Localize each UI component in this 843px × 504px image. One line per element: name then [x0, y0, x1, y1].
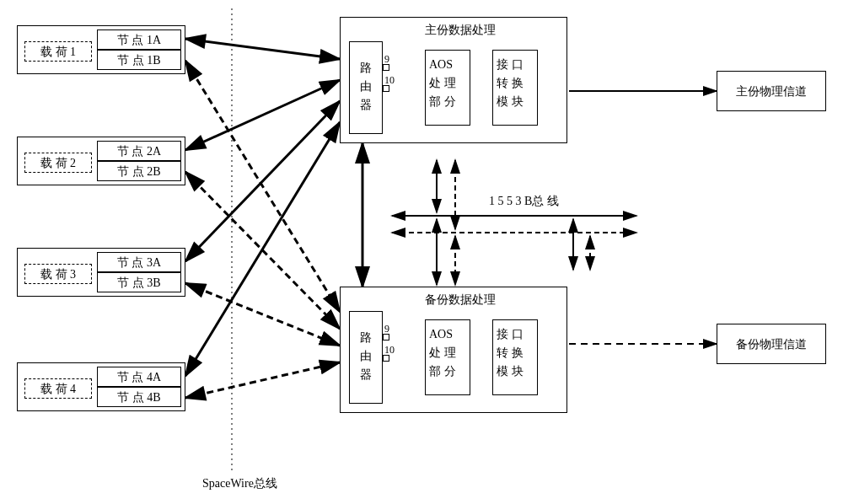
svg-line-1 — [185, 39, 340, 59]
payload-1-label: 载 荷 1 — [24, 41, 92, 62]
backup-aos: AOS 处 理 部 分 — [425, 319, 470, 395]
primary-intf: 接 口 转 换 模 块 — [492, 50, 538, 126]
node-2a: 节 点 2A — [97, 141, 181, 161]
payload-3-label: 载 荷 3 — [24, 264, 92, 284]
svg-line-2 — [185, 61, 340, 312]
node-1a: 节 点 1A — [97, 29, 181, 50]
svg-line-5 — [185, 101, 340, 261]
svg-line-7 — [185, 122, 340, 376]
svg-line-6 — [185, 283, 340, 346]
primary-title: 主份数据处理 — [425, 23, 496, 38]
payload-2-label: 载 荷 2 — [24, 153, 92, 173]
primary-router: 路 由 器 — [349, 41, 383, 134]
svg-line-4 — [185, 172, 340, 329]
node-4b: 节 点 4B — [97, 387, 181, 407]
payload-4-label: 载 荷 4 — [24, 378, 92, 399]
svg-line-8 — [185, 362, 340, 398]
spacewire-label: SpaceWire总线 — [202, 476, 277, 491]
payload-4: 载 荷 4 节 点 4A 节 点 4B — [17, 362, 185, 411]
primary-channel: 主份物理信道 — [717, 71, 826, 111]
primary-port10-sq — [383, 85, 389, 92]
primary-aos: AOS 处 理 部 分 — [425, 50, 470, 126]
backup-port9-sq — [383, 334, 389, 340]
backup-port10-sq — [383, 355, 389, 362]
node-1b: 节 点 1B — [97, 50, 181, 70]
node-3b: 节 点 3B — [97, 272, 181, 292]
node-2b: 节 点 2B — [97, 161, 181, 181]
node-4a: 节 点 4A — [97, 367, 181, 387]
backup-router: 路 由 器 — [349, 311, 383, 404]
payload-3: 载 荷 3 节 点 3A 节 点 3B — [17, 248, 185, 297]
payload-2: 载 荷 2 节 点 2A 节 点 2B — [17, 137, 185, 185]
primary-processor: 主份数据处理 路 由 器 9 10 AOS 处 理 部 分 接 口 转 换 模 … — [340, 17, 567, 143]
node-3a: 节 点 3A — [97, 252, 181, 272]
bus-1553b-label: 1 5 5 3 B总 线 — [489, 194, 559, 209]
payload-1: 载 荷 1 节 点 1A 节 点 1B — [17, 25, 185, 74]
diagram-canvas: 载 荷 1 节 点 1A 节 点 1B 载 荷 2 节 点 2A 节 点 2B … — [0, 0, 843, 504]
svg-line-3 — [185, 80, 340, 150]
backup-processor: 备份数据处理 路 由 器 9 10 AOS 处 理 部 分 接 口 转 换 模 … — [340, 287, 567, 413]
backup-intf: 接 口 转 换 模 块 — [492, 319, 538, 395]
backup-title: 备份数据处理 — [425, 292, 496, 308]
backup-channel: 备份物理信道 — [717, 324, 826, 364]
primary-port9-sq — [383, 64, 389, 71]
